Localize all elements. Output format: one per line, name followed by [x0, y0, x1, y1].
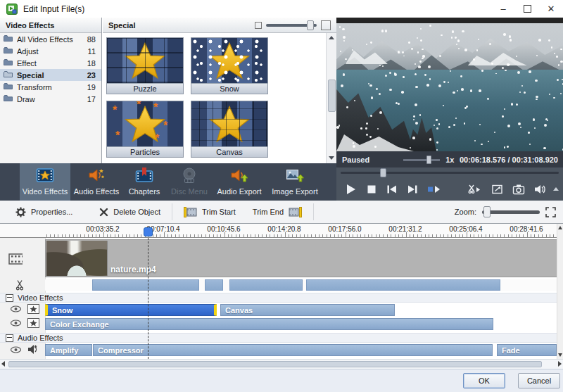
- playhead-line[interactable]: [148, 238, 148, 359]
- ruler-tick: [134, 234, 134, 237]
- cancel-button[interactable]: Cancel: [518, 373, 560, 388]
- close-button[interactable]: ✕: [539, 0, 563, 18]
- ruler-tick: [251, 234, 251, 237]
- scissors-icon: [13, 279, 27, 291]
- split-button[interactable]: [466, 181, 484, 198]
- visibility-eye-icon[interactable]: [8, 346, 23, 354]
- ruler-tick: [84, 234, 85, 237]
- large-thumbnail-icon: [321, 20, 331, 30]
- effect-bar-canvas[interactable]: Canvas: [220, 304, 395, 316]
- ruler-tick: [398, 234, 399, 237]
- cut-segment[interactable]: [92, 279, 199, 291]
- minimize-button[interactable]: –: [491, 0, 515, 18]
- cut-segment[interactable]: [205, 279, 223, 291]
- collapse-icon[interactable]: [6, 334, 13, 342]
- category-item-adjust[interactable]: Adjust11: [0, 45, 101, 57]
- audio-effects-section-header[interactable]: Audio Effects: [0, 333, 557, 343]
- tab-chapters[interactable]: Chapters: [122, 163, 166, 201]
- gallery-item-puzzle[interactable]: Puzzle: [106, 37, 184, 94]
- effect-bar-fade[interactable]: Fade: [497, 344, 557, 356]
- video-track-clip[interactable]: nature.mp4: [45, 239, 557, 277]
- video-effects-section-header[interactable]: Video Effects: [0, 293, 557, 303]
- ruler-tick: [217, 234, 217, 237]
- effect-bar-snow[interactable]: Snow: [45, 304, 217, 316]
- playhead-marker[interactable]: [144, 227, 153, 236]
- previous-frame-button[interactable]: [383, 181, 401, 198]
- volume-icon: [534, 184, 547, 195]
- category-item-all-video-effects[interactable]: All Video Effects88: [0, 33, 101, 45]
- effect-bar-amplify[interactable]: Amplify: [45, 344, 92, 356]
- collapse-icon[interactable]: [6, 294, 13, 302]
- ruler-tick: [538, 234, 539, 237]
- timeline-horizontal-scrollbar[interactable]: [0, 359, 563, 369]
- ruler-tick: [205, 234, 206, 237]
- horizontal-scrollbar-thumb[interactable]: [8, 361, 542, 367]
- ruler-tick: [194, 234, 195, 237]
- play-button[interactable]: [342, 181, 360, 198]
- ruler-tick: [258, 234, 259, 237]
- timeline-zoom-handle[interactable]: [483, 206, 491, 217]
- fit-to-screen-icon[interactable]: [545, 207, 556, 217]
- tab-image-export[interactable]: Image Export: [266, 163, 324, 201]
- cut-segment[interactable]: [229, 279, 303, 291]
- seek-handle[interactable]: [380, 168, 386, 177]
- maximize-button[interactable]: [515, 0, 539, 18]
- play-to-marker-button[interactable]: [424, 181, 445, 198]
- ruler-tick: [201, 234, 202, 237]
- category-item-draw[interactable]: Draw17: [0, 93, 101, 105]
- snowflake: [535, 80, 538, 82]
- timeline-vertical-scrollbar[interactable]: [557, 224, 563, 359]
- scroll-right-icon[interactable]: [558, 361, 562, 367]
- trim-end-button[interactable]: Trim End: [244, 203, 310, 221]
- delete-object-button[interactable]: Delete Object: [91, 203, 169, 221]
- tab-video-effects[interactable]: Video Effects: [20, 163, 70, 201]
- scroll-up-icon[interactable]: [558, 226, 562, 229]
- ok-button[interactable]: OK: [463, 373, 505, 388]
- seek-bar[interactable]: [336, 167, 563, 177]
- fullscreen-button[interactable]: [488, 181, 506, 198]
- thumbnail-size-slider[interactable]: [266, 20, 317, 30]
- volume-menu-caret[interactable]: [553, 187, 559, 191]
- speed-slider-handle[interactable]: [426, 156, 431, 164]
- ruler-tick: [504, 234, 505, 237]
- properties-button[interactable]: Properties...: [7, 203, 81, 221]
- effect-bar-color-exchange[interactable]: Color Exchange: [45, 318, 493, 330]
- category-item-transform[interactable]: Transform19: [0, 81, 101, 93]
- ruler-tick: [531, 234, 531, 237]
- video-preview[interactable]: [336, 18, 563, 151]
- scroll-down-icon[interactable]: [558, 353, 562, 357]
- tab-audio-effects[interactable]: Audio Effects: [70, 163, 122, 201]
- snapshot-button[interactable]: [510, 181, 528, 198]
- timeline-zoom-slider[interactable]: [482, 206, 540, 217]
- snowflake: [516, 103, 518, 106]
- scroll-down-icon[interactable]: [329, 156, 334, 160]
- stop-button[interactable]: [362, 181, 381, 198]
- gallery-item-snow[interactable]: Snow: [191, 37, 268, 94]
- audio-effects-row: AmplifyCompressorFade: [45, 344, 557, 357]
- scroll-left-icon[interactable]: [1, 361, 5, 367]
- gallery-scrollbar[interactable]: [326, 33, 336, 163]
- folder-icon: [4, 82, 13, 91]
- trim-start-button[interactable]: Trim Start: [175, 203, 244, 221]
- thumbnail-size-slider-handle[interactable]: [307, 20, 314, 30]
- visibility-eye-icon[interactable]: [8, 305, 23, 313]
- visibility-eye-icon[interactable]: [8, 319, 23, 327]
- cut-segment[interactable]: [306, 279, 500, 291]
- snowflake: [534, 127, 536, 129]
- volume-button[interactable]: [531, 181, 550, 198]
- gallery-item-canvas[interactable]: Canvas: [191, 101, 268, 158]
- gallery-scrollbar-thumb[interactable]: [328, 80, 336, 112]
- timeline-ruler[interactable]: 00:03:35.200:07:10.400:10:45.600:14:20.8…: [0, 224, 557, 238]
- next-frame-button[interactable]: [403, 181, 422, 198]
- snowflake: [420, 28, 422, 30]
- effect-bar-compressor[interactable]: Compressor: [93, 344, 493, 356]
- category-item-effect[interactable]: Effect18: [0, 57, 101, 69]
- speed-slider[interactable]: [403, 156, 440, 164]
- tab-audio-export[interactable]: Audio Export: [213, 163, 266, 201]
- cut-track[interactable]: [45, 279, 557, 291]
- gallery-item-particles[interactable]: ******Particles: [106, 101, 184, 158]
- category-label: All Video Effects: [17, 35, 83, 44]
- ruler-tick: [167, 234, 168, 237]
- category-item-special[interactable]: Special23: [0, 69, 101, 81]
- scroll-up-icon[interactable]: [329, 36, 334, 39]
